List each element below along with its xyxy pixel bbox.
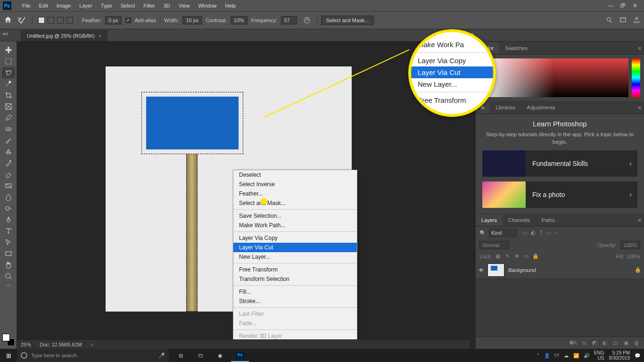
tab-swatches[interactable]: Swatches	[499, 42, 533, 54]
delete-layer-icon[interactable]: 🗑	[634, 340, 639, 346]
window-restore[interactable]: 🗗	[617, 2, 629, 9]
ctx-fill[interactable]: Fill...	[233, 287, 357, 296]
collapse-toolbar-icon[interactable]: ◀◀	[2, 32, 8, 36]
window-close[interactable]: ✕	[629, 2, 641, 9]
antialias-checkbox[interactable]: ✓	[125, 17, 131, 23]
status-arrow-icon[interactable]: >	[91, 342, 93, 347]
document-tab-close[interactable]: ×	[99, 33, 101, 39]
tray-cloud-icon[interactable]: ☁	[564, 353, 569, 358]
panel-menu-icon[interactable]: ≡	[638, 217, 641, 223]
layer-filter-kind[interactable]	[489, 229, 517, 237]
panel-menu-icon[interactable]: ≡	[638, 45, 641, 51]
frame-tool[interactable]	[2, 101, 15, 112]
tray-security-icon[interactable]: 🛡	[554, 353, 559, 358]
chrome-icon[interactable]: ◉	[211, 349, 229, 362]
selection-add-icon[interactable]	[48, 17, 54, 24]
marquee-tool[interactable]	[2, 56, 15, 67]
tab-layers[interactable]: Layers	[476, 214, 503, 226]
panel-menu-icon[interactable]: ≡	[638, 105, 641, 110]
hand-tool[interactable]	[2, 259, 15, 271]
learn-card-fixphoto[interactable]: Fix a photo ›	[482, 181, 637, 208]
type-tool[interactable]	[2, 225, 15, 237]
filter-shape-icon[interactable]: ▱	[546, 230, 551, 236]
ctx-select-inverse[interactable]: Select Inverse	[233, 180, 357, 189]
clone-stamp-tool[interactable]	[2, 146, 15, 157]
blend-mode-dropdown[interactable]: Normal	[479, 241, 509, 249]
notifications-icon[interactable]: 💬	[635, 353, 640, 358]
file-explorer-icon[interactable]: 🗀	[191, 349, 209, 362]
menu-view[interactable]: View	[174, 1, 194, 10]
tool-preset-icon[interactable]	[16, 15, 28, 25]
eyedropper-tool[interactable]	[2, 112, 15, 123]
filter-pixel-icon[interactable]: ▭	[522, 230, 527, 236]
lock-all-icon[interactable]: 🔒	[532, 253, 539, 259]
adjustment-layer-icon[interactable]: ◐	[603, 340, 607, 346]
edit-toolbar-icon[interactable]	[2, 288, 15, 299]
opacity-value[interactable]: 100%	[620, 241, 640, 249]
fill-value[interactable]: 100%	[627, 254, 640, 259]
pen-pressure-icon[interactable]	[301, 15, 313, 25]
home-icon[interactable]	[4, 16, 12, 25]
feather-value[interactable]: 0 px	[105, 16, 122, 25]
dodge-tool[interactable]	[2, 203, 15, 214]
workspace-icon[interactable]	[619, 16, 627, 25]
tray-clock[interactable]: 5:29 PM8/30/2019	[609, 350, 630, 361]
ctx-select-and-mask[interactable]: Select and Mask...	[233, 198, 357, 208]
ctx-make-work-path[interactable]: Make Work Path...	[233, 221, 357, 230]
move-tool[interactable]	[2, 44, 15, 56]
lock-paint-icon[interactable]: ✎	[504, 253, 511, 259]
ctx-deselect[interactable]: Deselect	[233, 170, 357, 180]
window-minimize[interactable]: —	[604, 2, 617, 9]
gradient-tool[interactable]	[2, 180, 15, 191]
doc-size[interactable]: Doc: 12.5M/6.62M	[40, 342, 82, 347]
menu-help[interactable]: Help	[221, 1, 240, 10]
ctx-save-selection[interactable]: Save Selection...	[233, 211, 357, 221]
share-icon[interactable]	[633, 16, 640, 25]
tab-adjustments[interactable]: Adjustments	[521, 102, 561, 113]
mic-icon[interactable]: 🎤	[158, 353, 165, 359]
history-brush-tool[interactable]	[2, 157, 15, 169]
filter-adjust-icon[interactable]: ◐	[531, 230, 536, 236]
visibility-icon[interactable]: 👁	[479, 267, 484, 273]
healing-brush-tool[interactable]	[2, 123, 15, 135]
layer-name[interactable]: Background	[508, 267, 536, 273]
ctx-layer-via-cut[interactable]: Layer Via Cut	[233, 243, 357, 252]
ctx-feather[interactable]: Feather...	[233, 189, 357, 198]
frequency-value[interactable]: 57	[281, 16, 297, 25]
select-and-mask-button[interactable]: Select and Mask...	[321, 16, 374, 25]
ctx-transform-selection[interactable]: Transform Selection	[233, 274, 357, 284]
tray-language[interactable]: ENGUS	[594, 350, 604, 361]
crop-tool[interactable]	[2, 90, 15, 101]
lock-position-icon[interactable]: ✥	[513, 253, 520, 259]
document-tab[interactable]: Untitled.jpg @ 25% (RGB/8#) ×	[21, 30, 107, 41]
magic-wand-tool[interactable]	[2, 78, 15, 90]
tab-paths[interactable]: Paths	[536, 214, 561, 226]
link-layers-icon[interactable]: �λ	[569, 340, 577, 346]
task-view-icon[interactable]: ⊟	[172, 349, 190, 362]
zoom-tool[interactable]	[2, 271, 15, 282]
selection-new-icon[interactable]	[38, 17, 45, 24]
menu-image[interactable]: Image	[52, 1, 75, 10]
foreground-color[interactable]	[2, 334, 10, 341]
layer-thumbnail[interactable]	[487, 263, 504, 277]
rectangle-tool[interactable]	[2, 248, 15, 259]
filter-type-icon[interactable]: T	[539, 230, 543, 236]
new-layer-icon[interactable]: ▣	[624, 340, 628, 346]
lasso-tool[interactable]	[2, 67, 15, 78]
ctx-free-transform[interactable]: Free Transform	[233, 265, 357, 274]
menu-window[interactable]: Window	[194, 1, 221, 10]
menu-file[interactable]: File	[18, 1, 35, 10]
learn-card-fundamental[interactable]: Fundamental Skills ›	[482, 150, 637, 177]
selection-intersect-icon[interactable]	[66, 17, 73, 24]
layer-mask-icon[interactable]: ◩	[592, 340, 597, 346]
hue-strip[interactable]	[632, 58, 640, 97]
ctx-stroke[interactable]: Stroke...	[233, 296, 357, 306]
path-select-tool[interactable]	[2, 237, 15, 248]
layer-fx-icon[interactable]: fx	[582, 340, 586, 346]
blur-tool[interactable]	[2, 191, 15, 203]
eraser-tool[interactable]	[2, 169, 15, 180]
menu-edit[interactable]: Edit	[35, 1, 52, 10]
filter-smart-icon[interactable]: ▫	[554, 230, 556, 236]
pen-tool[interactable]	[2, 214, 15, 225]
zoom-level[interactable]: 25%	[21, 342, 31, 347]
